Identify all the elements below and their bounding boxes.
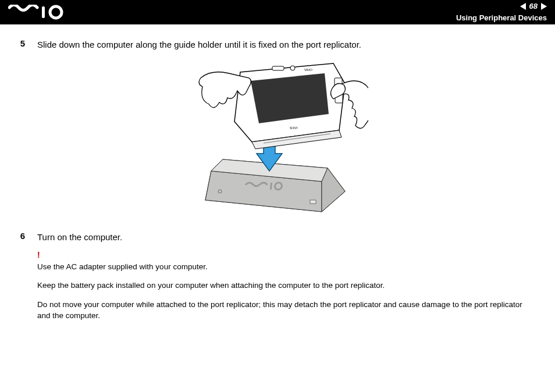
svg-point-9 [290,66,295,70]
page-body: 5 Slide down the computer along the guid… [0,24,555,336]
step-number: 6 [19,231,27,244]
dock-illustration: VAIO SONY [182,58,368,226]
caution-notes: ! Use the AC adapter supplied with your … [37,250,532,322]
step-6: 6 Turn on the computer. [19,231,532,244]
note-text: Keep the battery pack installed on your … [37,280,532,291]
svg-rect-8 [272,66,284,70]
svg-point-1 [50,6,62,18]
next-page-icon[interactable] [541,3,547,10]
section-title: Using Peripheral Devices [456,13,547,23]
illustration-container: VAIO SONY [19,58,532,226]
step-5: 5 Slide down the computer along the guid… [19,38,532,52]
step-text: Slide down the computer along the guide … [37,38,361,52]
svg-text:SONY: SONY [290,126,298,130]
svg-rect-0 [42,6,45,18]
page-header: 68 Using Peripheral Devices [0,0,555,24]
prev-page-icon[interactable] [520,3,526,10]
warning-icon: ! [37,250,532,261]
svg-text:VAIO: VAIO [304,68,312,72]
step-text: Turn on the computer. [37,231,122,244]
page-nav: 68 [456,1,547,12]
note-text: Do not move your computer while attached… [37,300,532,322]
vaio-logo [8,5,72,20]
header-right: 68 Using Peripheral Devices [456,1,547,23]
note-text: Use the AC adapter supplied with your co… [37,262,532,273]
step-number: 5 [19,38,27,52]
page-number: 68 [529,1,538,12]
svg-rect-5 [310,200,316,204]
